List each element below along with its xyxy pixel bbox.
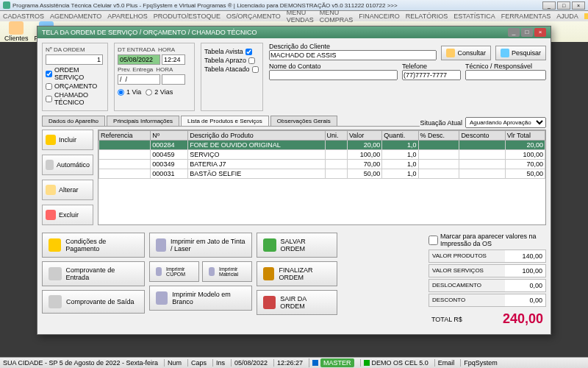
automatico-button[interactable]: Automático bbox=[42, 155, 93, 175]
modal-titlebar: TELA DA ORDEM DE SERVIÇO / ORÇAMENTO / C… bbox=[37, 26, 551, 38]
cond-pagamento-button[interactable]: Condições de Pagamento bbox=[42, 233, 145, 258]
printer-icon bbox=[209, 267, 215, 276]
situacao-select[interactable]: Aguardando Aprovação bbox=[465, 117, 546, 128]
col-header[interactable]: Valor bbox=[348, 131, 382, 141]
modal-minimize-icon[interactable]: _ bbox=[508, 28, 520, 37]
telefone-input[interactable] bbox=[402, 70, 461, 80]
radio-2vias[interactable]: 2 Vias bbox=[146, 88, 173, 96]
consultar-button[interactable]: Consultar bbox=[441, 46, 491, 60]
tab-info[interactable]: Principais Informações bbox=[107, 116, 179, 126]
check-orcamento[interactable]: ORÇAMENTO bbox=[46, 82, 104, 90]
col-header[interactable]: Descrição do Produto bbox=[188, 131, 325, 141]
table-row[interactable]: 000349BATERIA J770,001,070,00 bbox=[99, 160, 545, 169]
printer-icon bbox=[156, 238, 166, 252]
menu-agendamento[interactable]: AGENDAMENTO bbox=[50, 13, 101, 20]
search-icon bbox=[446, 49, 455, 57]
imprimir-matricial-button[interactable]: Imprimir Matricial bbox=[202, 261, 252, 282]
table-row[interactable]: 000459SERVIÇO100,001,0100,00 bbox=[99, 150, 545, 160]
client-desc-input[interactable] bbox=[269, 50, 437, 60]
prev-entrega-input[interactable] bbox=[118, 74, 160, 85]
status-demo: DEMO OS CEL 5.0 bbox=[360, 359, 429, 367]
receipt-icon bbox=[156, 267, 162, 276]
modal-maximize-icon[interactable]: □ bbox=[521, 28, 533, 37]
printer-icon bbox=[156, 291, 168, 305]
maximize-icon[interactable]: □ bbox=[557, 1, 570, 10]
user-icon bbox=[312, 360, 318, 366]
barcode-icon bbox=[46, 160, 54, 170]
hora-input[interactable] bbox=[162, 54, 185, 65]
window-buttons: _ □ × bbox=[542, 1, 585, 10]
statusbar: SUA CIDADE - SP 5 de Agosto de 2022 - Se… bbox=[0, 357, 588, 368]
alterar-button[interactable]: Alterar bbox=[42, 180, 93, 200]
tab-produtos[interactable]: Lista de Produtos e Serviços bbox=[181, 116, 269, 126]
tab-obs[interactable]: Observações Gerais bbox=[270, 116, 337, 126]
tab-dados[interactable]: Dados do Aparelho bbox=[42, 116, 105, 126]
check-print-values[interactable]: Marcar para aparecer valores na Impressã… bbox=[429, 233, 546, 247]
tecnico-input[interactable] bbox=[465, 70, 546, 80]
menu-compras[interactable]: MENU COMPRAS bbox=[320, 9, 354, 24]
menu-email[interactable]: E-MAIL bbox=[584, 9, 588, 24]
menu-relatorios[interactable]: RELATÓRIOS bbox=[406, 13, 448, 20]
radio-1via[interactable]: 1 Via bbox=[118, 88, 141, 96]
menu-financeiro[interactable]: FINANCEIRO bbox=[359, 13, 400, 20]
comprovante-entrada-button[interactable]: Comprovante de Entrada bbox=[42, 261, 145, 286]
col-header[interactable]: Quanti. bbox=[382, 131, 418, 141]
menu-vendas[interactable]: MENU VENDAS bbox=[287, 9, 314, 24]
add-icon bbox=[46, 135, 56, 145]
menu-produto[interactable]: PRODUTO/ESTOQUE bbox=[154, 13, 220, 20]
col-header[interactable]: % Desc. bbox=[418, 131, 459, 141]
finalizar-ordem-button[interactable]: FINALIZAR ORDEM bbox=[257, 261, 337, 286]
incluir-button[interactable]: Incluir bbox=[42, 130, 93, 150]
side-buttons: Incluir Automático Alterar Excluir bbox=[42, 130, 93, 225]
check-chamado[interactable]: CHAMADO TÉCNICO bbox=[46, 91, 104, 106]
menu-os[interactable]: OS/ORÇAMENTO bbox=[226, 13, 281, 20]
col-header[interactable]: Nº bbox=[151, 131, 188, 141]
contato-input[interactable] bbox=[269, 70, 398, 80]
tabela-group: Tabela Avista Tabela Aprazo Tabela Ataca… bbox=[201, 43, 263, 111]
check-atacado[interactable]: Tabela Atacado bbox=[204, 66, 259, 73]
check-os[interactable]: ORDEM SERVIÇO bbox=[46, 66, 104, 81]
app-icon bbox=[3, 1, 10, 9]
dt-entrada-input[interactable] bbox=[118, 54, 160, 65]
check-aprazo[interactable]: Tabela Aprazo bbox=[204, 57, 259, 64]
menu-cadastros[interactable]: CADASTROS bbox=[3, 13, 44, 20]
sair-ordem-button[interactable]: SAIR DA ORDEM bbox=[257, 290, 337, 315]
client-group: Descrição do Cliente Consultar Pesquisar… bbox=[269, 43, 546, 111]
comprovante-saida-button[interactable]: Comprovante de Saída bbox=[42, 290, 145, 314]
status-location: SUA CIDADE - SP 5 de Agosto de 2022 - Se… bbox=[3, 359, 158, 367]
check-avista[interactable]: Tabela Avista bbox=[204, 48, 259, 55]
menu-ajuda[interactable]: AJUDA bbox=[556, 13, 578, 20]
status-email[interactable]: Email bbox=[434, 359, 455, 367]
menu-aparelhos[interactable]: APARELHOS bbox=[107, 13, 147, 20]
menu-estatistica[interactable]: ESTATÍSTICA bbox=[453, 13, 495, 20]
check-icon bbox=[263, 238, 276, 252]
products-table[interactable]: ReferenciaNºDescrição do ProdutoUni.Valo… bbox=[98, 130, 545, 179]
prev-hora-input[interactable] bbox=[162, 74, 185, 85]
dates-group: DT ENTRADAHORA Prev. EntregaHORA 1 Via 2… bbox=[114, 43, 195, 111]
table-row[interactable]: 000284FONE DE OUVIDO ORIGINAL20,001,020,… bbox=[99, 141, 545, 150]
situacao-group: Situação Atual Aguardando Aprovação bbox=[420, 117, 546, 128]
minimize-icon[interactable]: _ bbox=[542, 1, 556, 10]
modal-close-icon[interactable]: × bbox=[534, 28, 546, 37]
col-header[interactable]: Desconto bbox=[459, 131, 505, 141]
valor-produtos: 140,00 bbox=[505, 250, 545, 262]
products-table-wrap: ReferenciaNºDescrição do ProdutoUni.Valo… bbox=[98, 130, 546, 225]
close-icon[interactable]: × bbox=[572, 1, 585, 10]
status-fpq[interactable]: FpqSystem bbox=[460, 359, 498, 367]
imprimir-cupom-button[interactable]: Imprimir CUPOM bbox=[149, 261, 199, 282]
totals-panel: Marcar para aparecer valores na Impressã… bbox=[429, 233, 546, 330]
modal-title-text: TELA DA ORDEM DE SERVIÇO / ORÇAMENTO / C… bbox=[42, 29, 257, 36]
imprimir-branco-button[interactable]: Imprimir Modelo em Branco bbox=[149, 286, 252, 311]
col-header[interactable]: Referencia bbox=[99, 131, 151, 141]
salvar-ordem-button[interactable]: SALVAR ORDEM bbox=[257, 233, 337, 258]
imprimir-jato-button[interactable]: Imprimir em Jato de Tinta / Laser bbox=[149, 233, 252, 258]
table-row[interactable]: 000031BASTÃO SELFIE50,001,050,00 bbox=[99, 169, 545, 179]
order-number-input[interactable] bbox=[46, 54, 103, 65]
col-header[interactable]: Uni. bbox=[325, 131, 347, 141]
excluir-button[interactable]: Excluir bbox=[42, 205, 93, 225]
col-header[interactable]: Vlr Total bbox=[505, 131, 545, 141]
print-icon bbox=[49, 267, 62, 280]
toolbar-clientes[interactable]: Clientes bbox=[4, 21, 29, 42]
pesquisar-button[interactable]: Pesquisar bbox=[495, 46, 546, 60]
menu-ferramentas[interactable]: FERRAMENTAS bbox=[501, 13, 551, 20]
